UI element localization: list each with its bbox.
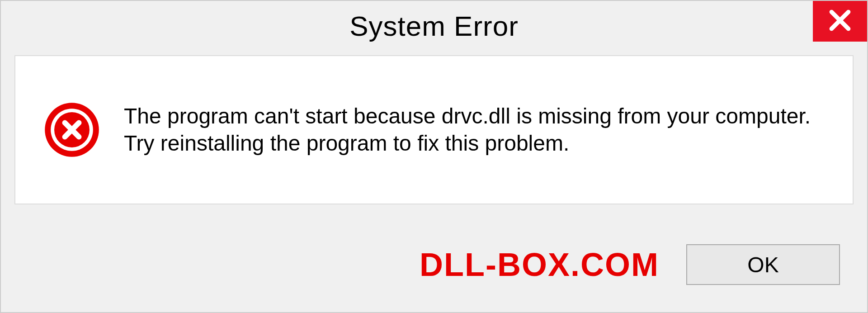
titlebar: System Error bbox=[1, 1, 867, 51]
error-icon bbox=[42, 100, 101, 159]
dialog-footer: DLL-BOX.COM OK bbox=[1, 217, 867, 312]
watermark-text: DLL-BOX.COM bbox=[420, 246, 659, 283]
close-button[interactable] bbox=[813, 1, 867, 42]
close-icon bbox=[827, 8, 853, 35]
ok-button[interactable]: OK bbox=[686, 244, 840, 285]
message-panel: The program can't start because drvc.dll… bbox=[14, 55, 854, 204]
error-message: The program can't start because drvc.dll… bbox=[124, 103, 826, 157]
window-title: System Error bbox=[349, 10, 519, 42]
